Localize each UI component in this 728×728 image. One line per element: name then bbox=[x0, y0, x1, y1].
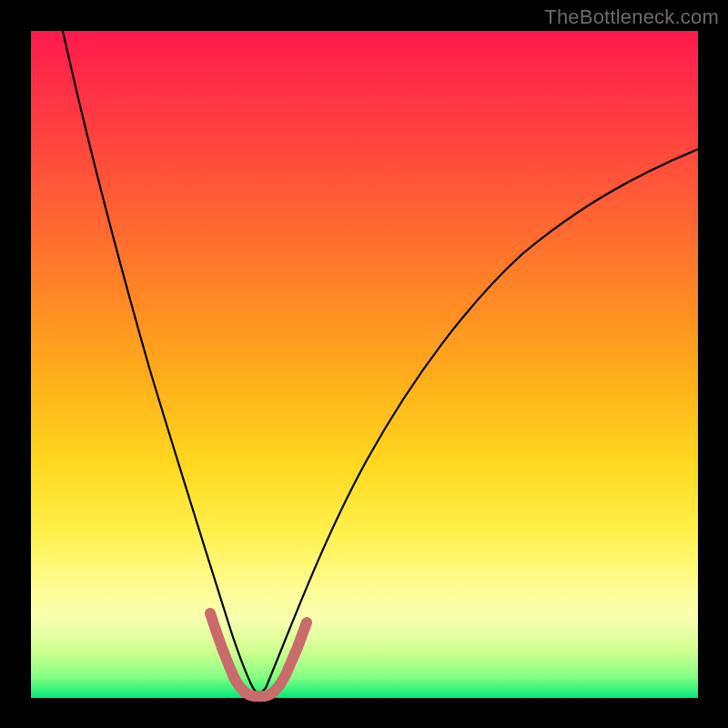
chart-svg bbox=[31, 31, 698, 698]
chart-frame: TheBottleneck.com bbox=[0, 0, 728, 728]
valley-marker bbox=[210, 613, 307, 696]
bottleneck-curve bbox=[63, 31, 698, 695]
chart-plot-area bbox=[31, 31, 698, 698]
watermark-text: TheBottleneck.com bbox=[544, 5, 719, 29]
